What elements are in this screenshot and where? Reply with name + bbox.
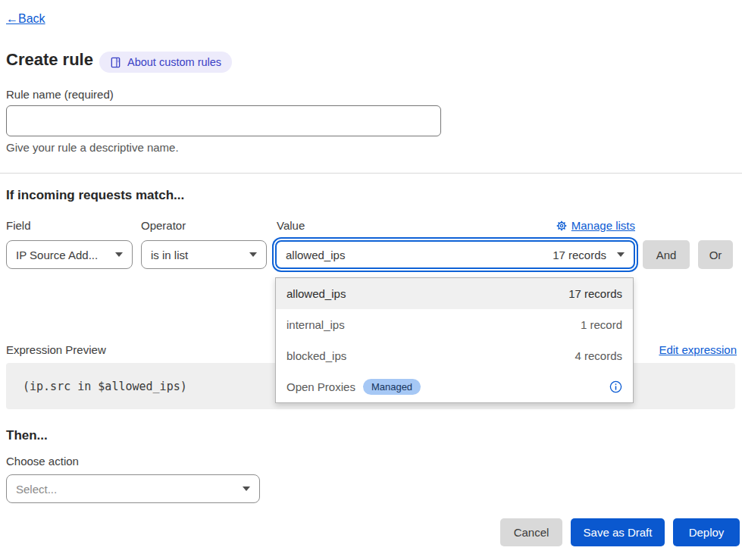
- value-label: Value: [277, 219, 305, 232]
- save-as-draft-button[interactable]: Save as Draft: [571, 518, 665, 546]
- action-select-placeholder: Select...: [16, 483, 57, 496]
- expression-code: (ip.src in $allowed_ips): [23, 380, 187, 393]
- deploy-button[interactable]: Deploy: [673, 518, 740, 546]
- chevron-down-icon: [617, 252, 625, 257]
- edit-expression-link[interactable]: Edit expression: [659, 343, 737, 356]
- back-arrow-icon: ←: [6, 12, 18, 25]
- or-button[interactable]: Or: [698, 240, 733, 269]
- chevron-down-icon: [115, 252, 123, 257]
- value-combobox[interactable]: allowed_ips 17 records: [275, 240, 635, 269]
- list-option-name: internal_ips: [286, 318, 345, 331]
- back-label: Back: [18, 12, 45, 25]
- field-label: Field: [6, 219, 31, 232]
- field-select[interactable]: IP Source Add...: [6, 240, 133, 269]
- match-section-heading: If incoming requests match...: [6, 188, 184, 203]
- field-select-value: IP Source Add...: [16, 249, 98, 261]
- and-button[interactable]: And: [643, 240, 690, 269]
- about-badge-label: About custom rules: [127, 56, 221, 68]
- lists-dropdown: allowed_ips 17 records internal_ips 1 re…: [275, 277, 634, 403]
- list-option-blocked-ips[interactable]: blocked_ips 4 records: [276, 340, 633, 371]
- list-option-name: allowed_ips: [286, 287, 346, 300]
- value-record-count: 17 records: [553, 249, 606, 261]
- list-option-meta: 17 records: [568, 287, 622, 300]
- section-divider: [0, 173, 742, 174]
- list-option-meta: 4 records: [575, 349, 622, 362]
- about-custom-rules-badge[interactable]: About custom rules: [99, 52, 232, 73]
- expression-preview-label: Expression Preview: [6, 343, 106, 356]
- list-option-name: blocked_ips: [286, 349, 346, 362]
- operator-select-value: is in list: [151, 249, 188, 261]
- action-select[interactable]: Select...: [6, 474, 260, 503]
- cancel-button[interactable]: Cancel: [500, 518, 562, 546]
- list-option-allowed-ips[interactable]: allowed_ips 17 records: [276, 278, 633, 309]
- chevron-down-icon: [249, 252, 257, 257]
- gear-icon: [556, 221, 567, 231]
- info-icon[interactable]: [609, 380, 622, 393]
- rule-name-helper: Give your rule a descriptive name.: [6, 141, 179, 154]
- managed-badge: Managed: [363, 379, 421, 395]
- back-link[interactable]: ←Back: [6, 12, 45, 26]
- then-section-heading: Then...: [6, 428, 48, 443]
- page-title: Create rule: [6, 50, 93, 70]
- operator-label: Operator: [141, 219, 186, 232]
- rule-name-label: Rule name (required): [6, 88, 114, 101]
- book-icon: [110, 57, 121, 68]
- list-option-open-proxies[interactable]: Open Proxies Managed: [276, 371, 633, 402]
- value-selected: allowed_ips: [286, 249, 345, 261]
- manage-lists-link[interactable]: Manage lists: [515, 219, 635, 232]
- manage-lists-label: Manage lists: [571, 219, 635, 232]
- list-option-internal-ips[interactable]: internal_ips 1 record: [276, 309, 633, 340]
- choose-action-label: Choose action: [6, 455, 79, 468]
- rule-name-input[interactable]: [6, 105, 441, 136]
- chevron-down-icon: [243, 486, 250, 491]
- create-rule-page: ←Back Create rule About custom rules Rul…: [0, 0, 742, 560]
- list-option-meta: 1 record: [581, 318, 622, 331]
- operator-select[interactable]: is in list: [141, 240, 267, 269]
- list-option-name: Open Proxies: [286, 380, 355, 393]
